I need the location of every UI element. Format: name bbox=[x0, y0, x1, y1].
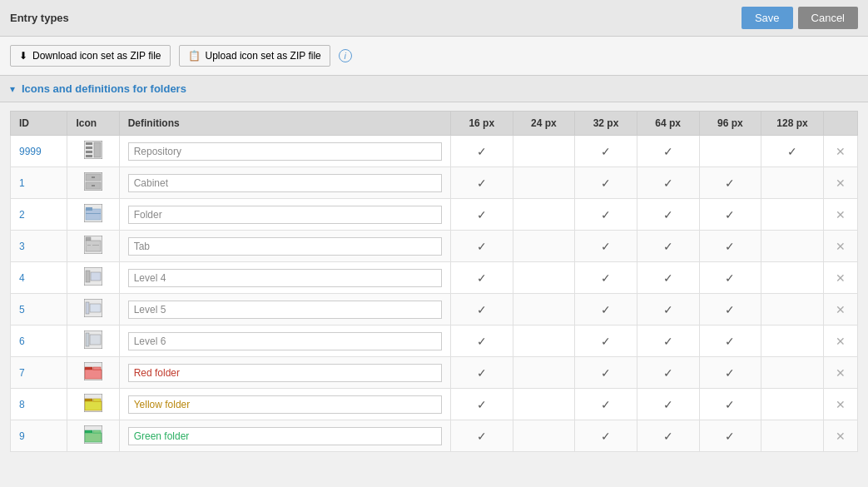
row-px24[interactable] bbox=[513, 325, 575, 357]
row-px128[interactable]: ✓ bbox=[761, 136, 824, 167]
row-px24[interactable] bbox=[513, 231, 575, 262]
row-px128[interactable] bbox=[761, 325, 824, 357]
row-px64[interactable]: ✓ bbox=[637, 199, 699, 231]
row-px64[interactable]: ✓ bbox=[637, 357, 699, 389]
table-row: 9✓✓✓✓✕ bbox=[11, 420, 858, 452]
row-px64[interactable]: ✓ bbox=[637, 389, 699, 420]
row-px96[interactable]: ✓ bbox=[699, 199, 761, 231]
row-px16[interactable]: ✓ bbox=[450, 231, 513, 262]
definition-input[interactable] bbox=[128, 395, 442, 414]
row-px32[interactable]: ✓ bbox=[575, 294, 637, 325]
checkmark-icon: ✓ bbox=[663, 145, 673, 158]
delete-button[interactable]: ✕ bbox=[823, 231, 857, 262]
row-px32[interactable]: ✓ bbox=[575, 357, 637, 389]
svg-rect-14 bbox=[86, 213, 101, 214]
delete-button[interactable]: ✕ bbox=[823, 294, 857, 325]
row-px16[interactable]: ✓ bbox=[450, 389, 513, 420]
info-icon[interactable]: i bbox=[339, 49, 352, 62]
cancel-button[interactable]: Cancel bbox=[798, 7, 858, 29]
row-px32[interactable]: ✓ bbox=[575, 199, 637, 231]
delete-button[interactable]: ✕ bbox=[823, 136, 857, 167]
row-px16[interactable]: ✓ bbox=[450, 420, 513, 452]
row-px96[interactable]: ✓ bbox=[699, 231, 761, 262]
row-px96[interactable]: ✓ bbox=[699, 167, 761, 199]
svg-rect-31 bbox=[85, 370, 102, 379]
delete-button[interactable]: ✕ bbox=[823, 420, 857, 452]
row-px32[interactable]: ✓ bbox=[575, 231, 637, 262]
col-32px: 32 px bbox=[575, 112, 637, 136]
row-px16[interactable]: ✓ bbox=[450, 167, 513, 199]
row-px24[interactable] bbox=[513, 136, 575, 167]
row-px32[interactable]: ✓ bbox=[575, 389, 637, 420]
row-px24[interactable] bbox=[513, 294, 575, 325]
row-px64[interactable]: ✓ bbox=[637, 325, 699, 357]
row-px32[interactable]: ✓ bbox=[575, 136, 637, 167]
chevron-down-icon[interactable]: ▾ bbox=[10, 83, 15, 95]
checkmark-icon: ✓ bbox=[663, 366, 673, 380]
svg-rect-36 bbox=[93, 399, 101, 401]
row-px128[interactable] bbox=[761, 294, 824, 325]
row-px32[interactable]: ✓ bbox=[575, 325, 637, 357]
row-px24[interactable] bbox=[513, 389, 575, 420]
row-px32[interactable]: ✓ bbox=[575, 262, 637, 294]
row-px24[interactable] bbox=[513, 357, 575, 389]
row-px128[interactable] bbox=[761, 199, 824, 231]
definition-input[interactable] bbox=[128, 269, 442, 287]
row-id: 9999 bbox=[11, 136, 67, 167]
row-px96[interactable]: ✓ bbox=[699, 325, 761, 357]
row-px128[interactable] bbox=[761, 231, 824, 262]
svg-rect-34 bbox=[85, 399, 92, 401]
row-px96[interactable]: ✓ bbox=[699, 294, 761, 325]
row-px128[interactable] bbox=[761, 420, 824, 452]
row-px64[interactable]: ✓ bbox=[637, 231, 699, 262]
definition-input[interactable] bbox=[128, 237, 442, 256]
delete-button[interactable]: ✕ bbox=[823, 389, 857, 420]
row-px24[interactable] bbox=[513, 167, 575, 199]
row-px24[interactable] bbox=[513, 420, 575, 452]
row-definition bbox=[119, 231, 450, 262]
svg-rect-30 bbox=[85, 367, 92, 370]
delete-button[interactable]: ✕ bbox=[823, 199, 857, 231]
row-px64[interactable]: ✓ bbox=[637, 136, 699, 167]
row-px16[interactable]: ✓ bbox=[450, 325, 513, 357]
row-px64[interactable]: ✓ bbox=[637, 420, 699, 452]
row-px32[interactable]: ✓ bbox=[575, 420, 637, 452]
row-px24[interactable] bbox=[513, 262, 575, 294]
row-px32[interactable]: ✓ bbox=[575, 167, 637, 199]
row-px64[interactable]: ✓ bbox=[637, 262, 699, 294]
row-px16[interactable]: ✓ bbox=[450, 199, 513, 231]
delete-button[interactable]: ✕ bbox=[823, 357, 857, 389]
upload-zip-button[interactable]: 📋 Upload icon set as ZIP file bbox=[179, 45, 330, 67]
checkmark-icon: ✓ bbox=[725, 240, 735, 253]
delete-button[interactable]: ✕ bbox=[823, 325, 857, 357]
row-px128[interactable] bbox=[761, 389, 824, 420]
row-px96[interactable]: ✓ bbox=[699, 357, 761, 389]
row-px16[interactable]: ✓ bbox=[450, 294, 513, 325]
row-px16[interactable]: ✓ bbox=[450, 357, 513, 389]
definition-input[interactable] bbox=[128, 142, 442, 161]
delete-button[interactable]: ✕ bbox=[823, 262, 857, 294]
download-zip-button[interactable]: ⬇ Download icon set as ZIP file bbox=[10, 45, 171, 67]
definition-input[interactable] bbox=[128, 332, 442, 350]
definition-input[interactable] bbox=[128, 206, 442, 224]
definition-input[interactable] bbox=[128, 174, 442, 192]
row-px128[interactable] bbox=[761, 357, 824, 389]
definition-input[interactable] bbox=[128, 364, 442, 382]
row-px64[interactable]: ✓ bbox=[637, 167, 699, 199]
save-button[interactable]: Save bbox=[742, 7, 793, 29]
row-px128[interactable] bbox=[761, 262, 824, 294]
row-px96[interactable]: ✓ bbox=[699, 420, 761, 452]
row-px96[interactable]: ✓ bbox=[699, 262, 761, 294]
svg-rect-19 bbox=[87, 245, 91, 246]
row-px16[interactable]: ✓ bbox=[450, 136, 513, 167]
row-px24[interactable] bbox=[513, 199, 575, 231]
row-px128[interactable] bbox=[761, 167, 824, 199]
definition-input[interactable] bbox=[128, 427, 442, 445]
row-px96[interactable]: ✓ bbox=[699, 389, 761, 420]
definition-input[interactable] bbox=[128, 301, 442, 319]
row-px64[interactable]: ✓ bbox=[637, 294, 699, 325]
row-px16[interactable]: ✓ bbox=[450, 262, 513, 294]
delete-button[interactable]: ✕ bbox=[823, 167, 857, 199]
row-px96[interactable] bbox=[699, 136, 761, 167]
checkmark-icon: ✓ bbox=[601, 303, 611, 316]
